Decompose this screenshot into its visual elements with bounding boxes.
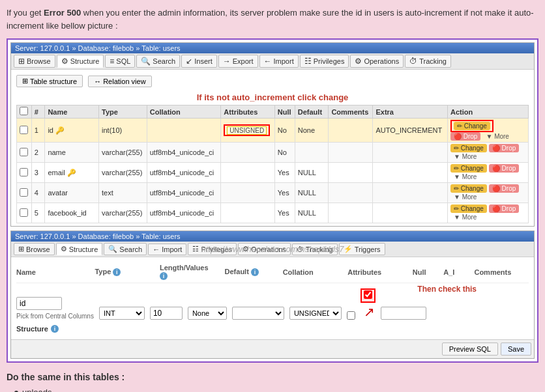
insert-icon: ↙ (186, 57, 192, 66)
list-item: uploads (14, 387, 538, 392)
type-field-group: INT (99, 307, 145, 320)
db-titlebar-1: Server: 127.0.0.1 » Database: filebob » … (11, 43, 534, 53)
table-row: 4 avatar text utf8mb4_unicode_ci Yes NUL… (17, 183, 529, 203)
row-checkbox-1[interactable] (20, 126, 28, 134)
nav-2: ⊞Browse ⚙Structure 🔍Search ←Import ☷Priv… (11, 242, 534, 257)
field-collation-select[interactable] (232, 307, 284, 320)
nav-triggers-2[interactable]: ⚡Triggers (339, 243, 385, 255)
nav-export-1[interactable]: → Export (218, 55, 258, 68)
more-button-5[interactable]: ▼ More (450, 213, 480, 221)
structure-info-icon: i (51, 325, 59, 333)
nav-tracking-2[interactable]: ⏱Tracking (292, 244, 338, 255)
col-name-header: Name (45, 105, 99, 119)
ai-checkbox-highlight (361, 288, 376, 303)
more-button-4[interactable]: ▼ More (450, 193, 480, 201)
ai-checkbox[interactable] (364, 290, 372, 299)
list-item-label: uploads (22, 387, 52, 392)
do-same-section: Do the same in this tables : uploads mes… (7, 372, 538, 392)
field-length-input[interactable] (150, 307, 183, 320)
import-icon: ← (264, 57, 272, 66)
db-nav-1: ⊞ Browse ⚙ Structure ≡ SQL 🔍 Search ↙ In… (11, 53, 534, 70)
table-row: 3 email 🔑 varchar(255) utf8mb4_unicode_c… (17, 163, 529, 183)
comments-field-group (381, 307, 426, 320)
export-icon: → (223, 57, 231, 66)
select-all-checkbox[interactable] (20, 107, 28, 115)
drop-button-3[interactable]: 🔴 Drop (489, 164, 519, 173)
row-checkbox-3[interactable] (20, 168, 28, 176)
field-name-input[interactable] (16, 297, 62, 310)
default-field-group: None (188, 307, 227, 320)
length-info-icon: i (160, 272, 168, 280)
nav-insert-1[interactable]: ↙ Insert (181, 55, 217, 68)
intro-text: If you get Error 500 when you enter the … (7, 7, 538, 32)
structure-icon: ⚙ (61, 57, 68, 66)
db-content-1: ⊞ Table structure ↔ Relation view If its… (11, 70, 534, 226)
change-button-5[interactable]: ✏ Change (450, 204, 487, 213)
row-checkbox-4[interactable] (20, 188, 28, 197)
table-structure-icon: ⊞ (22, 77, 28, 85)
arrow-indicator: ↗ (364, 304, 375, 320)
change-button-1[interactable]: ✏ Change (454, 122, 490, 130)
nav-tracking-1[interactable]: ⏱ Tracking (405, 55, 451, 68)
drop-button-2[interactable]: 🔴 Drop (489, 144, 519, 152)
nav-search-2[interactable]: 🔍Search (104, 243, 147, 255)
field-attributes-select[interactable]: UNSIGNED (289, 307, 342, 320)
browse-icon: ⊞ (18, 57, 25, 66)
bullet-list: uploads messages pages failed_jobs (7, 387, 538, 392)
tracking-icon: ⏱ (409, 57, 417, 66)
subtoolbar-1: ⊞ Table structure ↔ Relation view (16, 72, 529, 90)
null-checkbox[interactable] (347, 311, 355, 320)
change-button-4[interactable]: ✏ Change (450, 184, 487, 193)
col-type-header: Type (99, 105, 147, 119)
form-area: Name Type i Length/Values i Default i Co… (11, 257, 534, 339)
collation-field-group (232, 307, 284, 320)
db-window-1: Server: 127.0.0.1 » Database: filebob » … (10, 42, 535, 227)
nav-browse-1[interactable]: ⊞ Browse (14, 55, 55, 68)
row-checkbox-2[interactable] (20, 148, 28, 156)
field-type-select[interactable]: INT (99, 307, 145, 320)
col-collation-header: Collation (147, 105, 221, 119)
nav-import-2[interactable]: ←Import (148, 244, 186, 255)
row-checkbox-5[interactable] (20, 208, 28, 217)
nav-import-1[interactable]: ← Import (259, 55, 299, 68)
change-button-3[interactable]: ✏ Change (450, 164, 487, 173)
nav-sql-1[interactable]: ≡ SQL (105, 55, 135, 68)
pick-link[interactable]: Pick from Central Columns (16, 313, 94, 320)
ai-field-group: ↗ (361, 288, 376, 320)
nav-browse-2[interactable]: ⊞Browse (14, 243, 55, 255)
nav-privileges-1[interactable]: ☷ Privileges (300, 55, 349, 68)
more-button-2[interactable]: ▼ More (450, 152, 480, 161)
nav-privileges-2[interactable]: ☷Privileges (188, 243, 237, 255)
col-comments-header: Comments (329, 105, 373, 119)
do-same-title: Do the same in this tables : (7, 372, 538, 382)
unsigned-highlight: UNSIGNED (224, 124, 270, 136)
table-structure-btn[interactable]: ⊞ Table structure (16, 75, 83, 87)
relation-view-btn[interactable]: ↔ Relation view (88, 76, 151, 87)
nav-structure-1[interactable]: ⚙ Structure (57, 55, 104, 68)
nav-operations-1[interactable]: ⚙ Operations (350, 55, 404, 68)
more-button-3[interactable]: ▼ More (450, 173, 480, 181)
more-button-1[interactable]: ▼ More (482, 132, 512, 141)
nav-search-1[interactable]: 🔍 Search (136, 55, 180, 68)
table-row: 1 id 🔑 int(10) UNSIGNED No None AUTO_INC… (17, 119, 529, 143)
col-num-header: # (31, 105, 45, 119)
nav-structure-2[interactable]: ⚙Structure (56, 243, 103, 255)
db-titlebar-2: Server: 127.0.0.1 » Database: filebob » … (11, 231, 534, 242)
field-default-select[interactable]: None (188, 307, 227, 320)
drop-button-1[interactable]: 🔴 Drop (450, 132, 480, 141)
col-default-header: Default (295, 105, 329, 119)
drop-button-4[interactable]: 🔴 Drop (489, 184, 519, 193)
preview-sql-button[interactable]: Preview SQL (442, 343, 498, 356)
field-comments-input[interactable] (381, 307, 426, 320)
length-field-group (150, 307, 183, 320)
nav-operations-2[interactable]: ⚙Operations (238, 243, 291, 255)
change-button-2[interactable]: ✏ Change (450, 144, 487, 152)
name-field-group: Pick from Central Columns (16, 297, 94, 320)
save-button[interactable]: Save (501, 343, 531, 356)
bottom-bar: Preview SQL Save (11, 339, 534, 358)
type-info-icon: i (113, 268, 121, 276)
col-action-header: Action (447, 105, 528, 119)
form-header: Name Type i Length/Values i Default i Co… (16, 261, 529, 283)
default-info-icon: i (251, 268, 259, 276)
drop-button-5[interactable]: 🔴 Drop (489, 204, 519, 213)
